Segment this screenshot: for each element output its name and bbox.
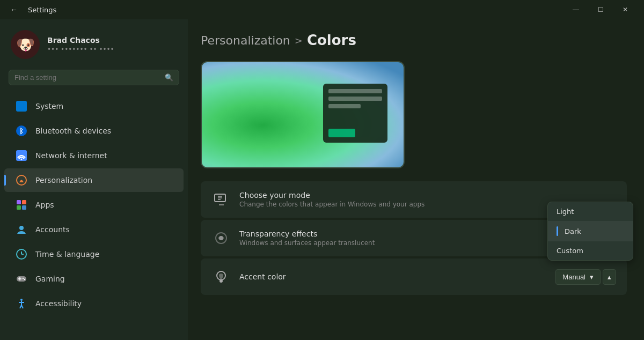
sidebar-item-label: Accessibility: [35, 299, 82, 308]
sidebar-item-label: Apps: [35, 201, 54, 209]
search-icon: 🔍: [165, 73, 173, 82]
search-container: 🔍: [0, 68, 188, 92]
titlebar: ← Settings — ☐ ✕: [0, 0, 644, 19]
accent-control: Manual ▾ ▴: [555, 269, 616, 285]
preview-window: [323, 84, 387, 143]
mode-option-label: Light: [557, 208, 574, 216]
svg-point-30: [219, 236, 223, 240]
accent-content: Accent color: [239, 272, 547, 281]
sidebar-item-label: System: [35, 102, 63, 110]
accent-dropdown-label: Manual: [562, 273, 586, 281]
sidebar-item-accessibility[interactable]: Accessibility: [4, 292, 184, 315]
maximize-button[interactable]: ☐: [588, 0, 613, 19]
sidebar-item-network[interactable]: Network & internet: [4, 144, 184, 167]
svg-point-32: [219, 279, 223, 283]
bluetooth-icon: ᛒ: [15, 124, 28, 137]
transparency-icon: [211, 228, 231, 248]
mode-option-custom[interactable]: Custom: [548, 241, 633, 260]
sidebar-item-label: Time & language: [35, 250, 99, 258]
sidebar-item-personalization[interactable]: Personalization: [4, 168, 184, 192]
accent-icon: [211, 267, 231, 286]
minimize-button[interactable]: —: [564, 0, 588, 19]
sidebar-item-label: Accounts: [35, 225, 70, 234]
window-controls: — ☐ ✕: [564, 0, 638, 19]
chevron-down-icon: ▾: [590, 273, 594, 281]
user-profile: 🐶 Brad Chacos ••• ••••••• •• ••••: [0, 19, 188, 68]
svg-point-9: [19, 226, 24, 230]
breadcrumb-separator: >: [295, 35, 303, 46]
app-body: 🐶 Brad Chacos ••• ••••••• •• •••• 🔍 Syst…: [0, 19, 644, 340]
sidebar-item-bluetooth[interactable]: ᛒ Bluetooth & devices: [4, 119, 184, 143]
close-button[interactable]: ✕: [613, 0, 638, 19]
selected-indicator: [557, 226, 558, 236]
personalization-icon: [15, 174, 28, 187]
svg-rect-6: [22, 200, 26, 204]
accessibility-icon: [15, 297, 28, 310]
titlebar-title: Settings: [28, 6, 56, 14]
accent-row: Accent color Manual ▾ ▴: [201, 258, 627, 295]
sidebar-item-accounts[interactable]: Accounts: [4, 218, 184, 241]
network-icon: [15, 149, 28, 162]
svg-text:ᛒ: ᛒ: [19, 127, 24, 135]
preview-wallpaper: [202, 62, 404, 167]
sidebar-item-system[interactable]: System: [4, 94, 184, 118]
accent-dropdown-button[interactable]: Manual ▾: [555, 269, 601, 285]
svg-point-3: [21, 159, 23, 160]
accent-expand-button[interactable]: ▴: [603, 269, 616, 285]
svg-line-22: [21, 305, 23, 308]
svg-rect-5: [17, 200, 21, 204]
accent-dropdown: Manual ▾ ▴: [555, 269, 616, 285]
svg-point-17: [24, 279, 25, 280]
preview-button: [328, 129, 355, 137]
transparency-desc: Windows and surfaces appear translucent: [239, 239, 570, 247]
nav-items: System ᛒ Bluetooth & devices: [0, 92, 188, 318]
sidebar-item-label: Gaming: [35, 275, 65, 283]
user-info: Brad Chacos ••• ••••••• •• ••••: [47, 36, 114, 53]
mode-option-label: Dark: [565, 227, 581, 235]
svg-rect-27: [220, 201, 223, 202]
mode-option-dark[interactable]: Dark: [548, 221, 633, 241]
breadcrumb-parent: Personalization: [201, 34, 290, 47]
user-name: Brad Chacos: [47, 36, 114, 45]
preview-container: [201, 61, 405, 168]
mode-option-label: Custom: [557, 247, 583, 255]
sidebar-item-time[interactable]: Time & language: [4, 242, 184, 266]
breadcrumb: Personalization > Colors: [201, 32, 627, 48]
search-box: 🔍: [9, 70, 179, 85]
sidebar: 🐶 Brad Chacos ••• ••••••• •• •••• 🔍 Syst…: [0, 19, 188, 340]
mode-icon: [211, 190, 231, 209]
mode-dropdown: Light Dark Custom: [547, 202, 633, 261]
svg-point-18: [20, 299, 23, 301]
chevron-up-icon: ▴: [608, 273, 611, 281]
mode-title: Choose your mode: [239, 191, 616, 199]
transparency-title: Transparency effects: [239, 230, 570, 238]
avatar: 🐶: [11, 30, 40, 59]
preview-line-3: [328, 104, 361, 108]
sidebar-item-label: Personalization: [35, 176, 92, 184]
gaming-icon: [15, 272, 28, 285]
sidebar-item-label: Bluetooth & devices: [35, 127, 111, 135]
main-panel: Personalization > Colors: [188, 19, 644, 340]
system-icon: [15, 100, 28, 113]
search-input[interactable]: [14, 73, 160, 82]
breadcrumb-current: Colors: [307, 32, 356, 48]
sidebar-item-label: Network & internet: [35, 151, 107, 160]
svg-rect-7: [17, 205, 21, 210]
sidebar-item-gaming[interactable]: Gaming: [4, 267, 184, 291]
transparency-content: Transparency effects Windows and surface…: [239, 230, 570, 247]
back-button[interactable]: ←: [6, 2, 21, 17]
mode-option-light[interactable]: Light: [548, 202, 633, 221]
apps-icon: [15, 198, 28, 211]
svg-point-16: [23, 278, 24, 279]
titlebar-controls: ← Settings: [6, 2, 56, 17]
accent-title: Accent color: [239, 272, 547, 281]
preview-line-2: [328, 97, 382, 101]
sidebar-item-apps[interactable]: Apps: [4, 193, 184, 217]
preview-line-1: [328, 89, 382, 93]
time-icon: [15, 248, 28, 261]
accounts-icon: [15, 223, 28, 236]
svg-rect-8: [22, 205, 26, 210]
user-email: ••• ••••••• •• ••••: [47, 46, 114, 53]
